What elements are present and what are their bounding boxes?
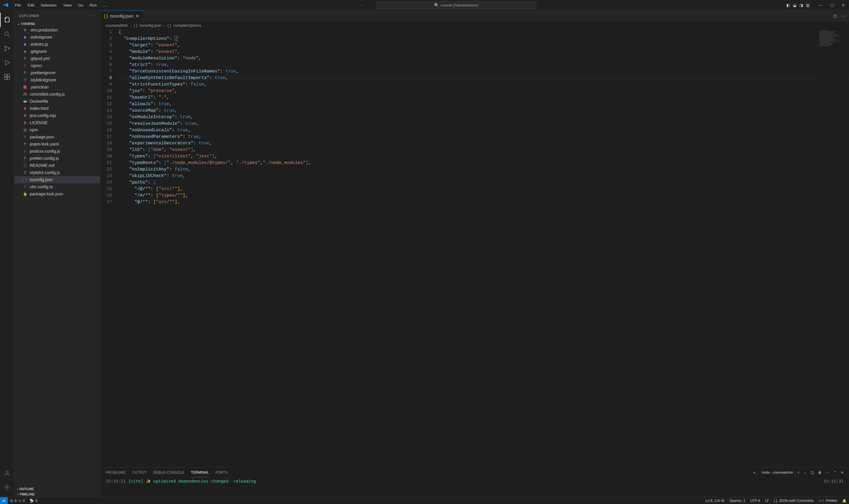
file-row[interactable]: ◉.eslintignore [14, 34, 100, 41]
run-debug-icon[interactable] [0, 56, 14, 70]
file-row[interactable]: Pprettier.config.js [14, 155, 100, 162]
file-row[interactable]: 🐳Dockerfile [14, 98, 100, 105]
close-icon[interactable]: ✕ [136, 14, 139, 18]
breadcrumb-item[interactable]: courseadmin [106, 23, 128, 28]
chevron-up-icon[interactable]: ⌃ [834, 470, 836, 474]
encoding-status[interactable]: UTF-8 [748, 499, 763, 503]
code-line[interactable]: "forceConsistentCasingInFileNames": true… [119, 68, 849, 75]
file-row[interactable]: Npackage.json [14, 133, 100, 141]
menu-item-edit[interactable]: Edit [25, 2, 37, 8]
code-line[interactable]: "types": ["vite/client", "jest"], [119, 153, 849, 160]
code-line[interactable]: "/#/*": ["types/*"], [119, 193, 849, 199]
code-line[interactable]: "moduleResolution": "node", [119, 55, 849, 62]
layout-panel-icon[interactable]: ⬓ [793, 3, 796, 7]
panel-tab-problems[interactable]: PROBLEMS [106, 468, 126, 477]
menu-item-go[interactable]: Go [75, 2, 86, 8]
menu-item-selection[interactable]: Selection [38, 2, 59, 8]
cursor-position[interactable]: Ln 8, Col 42 [703, 499, 727, 503]
indentation-status[interactable]: Spaces: 2 [727, 499, 748, 503]
code-line[interactable]: "module": "esnext", [119, 49, 849, 55]
menu-item-…[interactable]: … [101, 2, 110, 8]
extensions-icon[interactable] [0, 70, 14, 84]
split-editor-icon[interactable]: ◫ [833, 14, 837, 18]
file-row[interactable]: JScommitlint.config.js [14, 91, 100, 98]
accounts-icon[interactable] [0, 466, 14, 480]
code-line[interactable]: { [119, 29, 849, 36]
tab-tsconfig[interactable]: { } tsconfig.json ✕ [101, 11, 143, 21]
code-line[interactable]: "@/*": ["src/*"], [119, 199, 849, 205]
file-row[interactable]: ▤npm [14, 126, 100, 133]
terminal-output[interactable]: 15:15:31 [vite] ✨ optimized dependencies… [101, 478, 849, 485]
code-line[interactable]: "resolveJsonModule": true, [119, 121, 849, 127]
file-row[interactable]: ▽stylelint.config.js [14, 169, 100, 176]
maximize-icon[interactable]: ▢ [829, 2, 836, 8]
file-row[interactable]: Y.gitpod.yml [14, 55, 100, 62]
new-terminal-icon[interactable]: + [797, 470, 799, 474]
breadcrumb-item[interactable]: compilerOptions [174, 23, 201, 28]
explorer-icon[interactable] [0, 13, 14, 27]
code-line[interactable]: "allowJs": true, [119, 101, 849, 108]
chevron-down-icon[interactable]: ⌄ [803, 470, 807, 474]
layout-customize-icon[interactable]: ▥ [806, 3, 810, 7]
code-line[interactable]: "/@/*": ["src/*"], [119, 186, 849, 193]
code-line[interactable]: "compilerOptions": { [119, 36, 849, 42]
more-icon[interactable]: ⋯ [826, 470, 829, 474]
source-control-icon[interactable] [0, 41, 14, 56]
more-icon[interactable]: ⋯ [92, 14, 95, 18]
layout-sidebar-right-icon[interactable]: ◨ [799, 3, 803, 7]
close-icon[interactable]: ✕ [840, 2, 847, 8]
code-line[interactable]: "sourceMap": true, [119, 108, 849, 114]
file-row[interactable]: Ypnpm-lock.yaml [14, 141, 100, 148]
remote-indicator[interactable]: ⇄ [0, 497, 8, 504]
file-row[interactable]: ▽vite.config.ts [14, 183, 100, 191]
notifications-icon[interactable]: 🔔 [840, 499, 849, 503]
code-line[interactable]: "noUnusedParameters": true, [119, 134, 849, 140]
file-row[interactable]: P.prettierignore [14, 69, 100, 76]
file-row[interactable]: ⊛postcss.config.js [14, 148, 100, 155]
code-line[interactable]: "lib": ["dom", "esnext"], [119, 147, 849, 153]
code-line[interactable]: "noImplicitAny": false, [119, 166, 849, 173]
code-line[interactable]: "noUnusedLocals": true, [119, 127, 849, 134]
file-row[interactable]: ▽.stylelintignore [14, 76, 100, 84]
panel-tab-terminal[interactable]: TERMINAL [191, 468, 209, 477]
menu-item-view[interactable]: View [60, 2, 74, 8]
file-row[interactable]: 🔒package-lock.json [14, 191, 100, 198]
code-line[interactable]: "experimentalDecorators": true, [119, 140, 849, 147]
file-row[interactable]: ◆.gitignore [14, 48, 100, 55]
file-row[interactable]: ⓘREADME.md [14, 162, 100, 169]
code-line[interactable]: "typeRoots": ["./node_modules/@types/", … [119, 160, 849, 166]
code-line[interactable]: "paths": { [119, 179, 849, 186]
file-row[interactable]: { }tsconfig.json [14, 176, 100, 183]
file-row[interactable]: ⬢jest.config.mjs [14, 112, 100, 119]
panel-tab-debug-console[interactable]: DEBUG CONSOLE [153, 468, 184, 477]
panel-tab-output[interactable]: OUTPUT [132, 468, 147, 477]
prettier-status[interactable]: ✓✓ Prettier [816, 499, 840, 503]
menu-item-file[interactable]: File [12, 2, 24, 8]
close-icon[interactable]: ✕ [841, 470, 844, 474]
file-row[interactable]: 🧶.yarnclean [14, 84, 100, 91]
folder-header[interactable]: COURSE [14, 21, 100, 26]
timeline-header[interactable]: TIMELINE [14, 491, 100, 497]
menu-item-run[interactable]: Run [87, 2, 100, 8]
more-icon[interactable]: ⋯ [841, 14, 845, 18]
nav-back-icon[interactable]: ← [360, 3, 364, 7]
code-line[interactable]: "esModuleInterop": true, [119, 114, 849, 121]
trash-icon[interactable]: 🗑 [818, 470, 822, 474]
editor[interactable]: 1234567891011121314151617181920212223242… [101, 29, 849, 467]
terminal-name-label[interactable]: node - courseadmin [762, 470, 793, 474]
ports-status[interactable]: 📡 0 [27, 497, 40, 504]
code-line[interactable]: "target": "esnext", [119, 42, 849, 49]
code-line[interactable]: "baseUrl": ".", [119, 94, 849, 101]
file-row[interactable]: ◉index.html [14, 105, 100, 112]
code-line[interactable]: "allowSyntheticDefaultImports": true, [119, 75, 849, 82]
code-line[interactable]: "skipLibCheck": true, [119, 173, 849, 179]
file-row[interactable]: ⚙.env.production [14, 26, 100, 34]
language-status[interactable]: { } JSON with Comments [772, 499, 816, 503]
errors-status[interactable]: ⊘ 0 ⚠ 0 [8, 497, 27, 504]
search-icon[interactable] [0, 27, 14, 41]
settings-icon[interactable] [0, 480, 14, 494]
code-line[interactable]: "jsx": "preserve", [119, 88, 849, 94]
file-row[interactable]: ◉.eslintrc.js [14, 41, 100, 48]
panel-tab-ports[interactable]: PORTS [215, 468, 228, 477]
breadcrumb[interactable]: courseadmin › { } tsconfig.json › { } co… [101, 22, 849, 29]
